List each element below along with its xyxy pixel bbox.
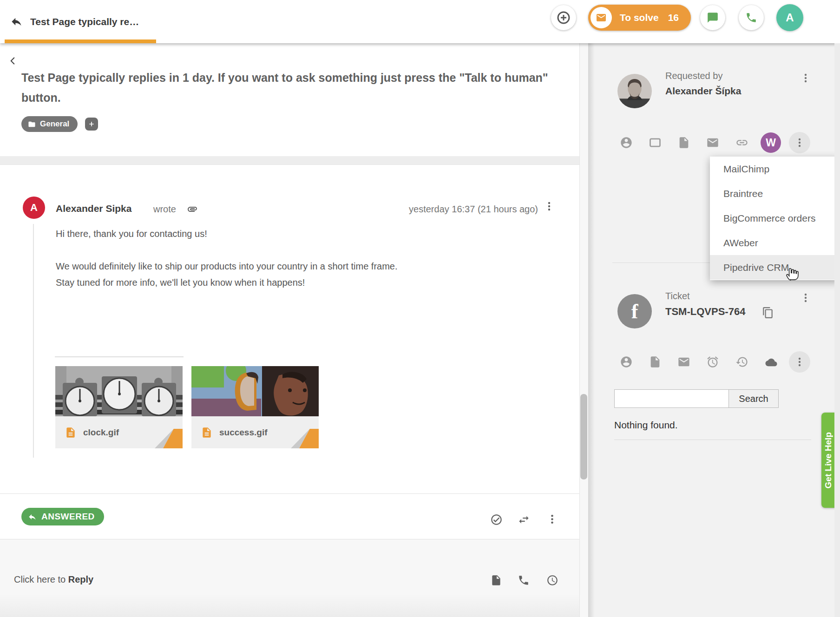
person-circle-icon — [620, 136, 633, 149]
reply-arrow-icon — [28, 512, 37, 521]
card-icon — [649, 136, 662, 149]
transfer-button[interactable] — [518, 513, 530, 526]
kebab-icon — [544, 201, 555, 212]
requester-link-button[interactable] — [735, 136, 748, 149]
requester-menu-button[interactable] — [800, 72, 811, 84]
requester-name: Alexander Šípka — [665, 85, 741, 97]
back-button[interactable] — [7, 55, 19, 67]
chats-button[interactable] — [700, 5, 725, 30]
ticket-tab-label: Test Page typically re… — [30, 16, 139, 27]
kebab-icon — [794, 356, 805, 368]
menu-item-aweber[interactable]: AWeber — [710, 230, 840, 255]
ticket-menu-button[interactable] — [800, 292, 811, 303]
resolve-button[interactable] — [490, 513, 503, 526]
plus-circle-icon — [556, 10, 571, 25]
phone-icon — [518, 574, 530, 586]
search-empty-result: Nothing found. — [614, 420, 678, 431]
message-divider — [55, 356, 184, 357]
kebab-icon — [794, 137, 805, 148]
content-scrollbar-thumb[interactable] — [580, 394, 587, 479]
calls-button[interactable] — [739, 5, 764, 30]
add-note-button[interactable] — [490, 574, 502, 586]
attachment-footer: success.gif — [191, 416, 319, 448]
add-tag-button[interactable] — [85, 118, 98, 131]
message-line-1: Hi there, thank you for contacting us! — [56, 229, 207, 239]
schedule-clock-icon — [546, 574, 558, 586]
menu-item-pipedrive-crm[interactable]: Pipedrive CRM — [710, 255, 840, 280]
requester-photo — [617, 74, 652, 108]
menu-item-mailchimp[interactable]: MailChimp — [710, 157, 840, 181]
app-root: Test Page typically re… To solve 16 A Te… — [0, 0, 840, 617]
requester-email-button[interactable] — [706, 136, 719, 149]
sidebar-search-input[interactable] — [614, 389, 729, 408]
envelope-icon — [677, 355, 690, 368]
get-live-help-button[interactable]: Get Live Help — [821, 413, 835, 508]
to-solve-button[interactable]: To solve 16 — [588, 5, 691, 31]
ticket-reminder-button[interactable] — [706, 355, 719, 368]
call-button[interactable] — [518, 574, 530, 586]
ticket-history-button[interactable] — [735, 355, 748, 368]
wordpress-badge[interactable]: W — [761, 132, 781, 153]
to-solve-label: To solve — [620, 12, 659, 23]
message-author-name: Alexander Sipka — [56, 203, 131, 214]
get-live-help-label: Get Live Help — [823, 432, 833, 488]
new-ticket-button[interactable] — [551, 5, 576, 30]
ticket-more-button[interactable] — [789, 351, 810, 373]
menu-item-bigcommerce-orders[interactable]: BigCommerce orders — [710, 206, 840, 230]
check-circle-icon — [490, 513, 503, 526]
message-wrote-label: wrote — [153, 204, 176, 215]
ticket-profile-button[interactable] — [620, 355, 633, 368]
to-solve-envelope-badge — [591, 7, 612, 28]
facebook-letter: f — [631, 300, 638, 323]
reply-prompt-prefix: Click here to — [14, 574, 66, 584]
status-badge-label: ANSWERED — [41, 512, 95, 522]
more-actions-button[interactable] — [546, 513, 558, 525]
sidebar-search-button[interactable]: Search — [728, 389, 779, 408]
menu-item-braintree[interactable]: Braintree — [710, 181, 840, 206]
attachment-footer: clock.gif — [55, 416, 183, 448]
chevron-left-icon — [7, 55, 19, 67]
reply-arrow-icon — [10, 15, 23, 28]
copy-ticket-id-button[interactable] — [762, 307, 774, 319]
attachment-fold-decoration — [291, 429, 319, 448]
schedule-button[interactable] — [546, 574, 558, 586]
kebab-icon — [800, 72, 811, 84]
reply-prompt-action: Reply — [68, 574, 93, 584]
chat-bubble-icon — [707, 12, 719, 24]
copy-icon — [762, 307, 774, 319]
ticket-files-button[interactable] — [649, 355, 662, 368]
requester-more-button[interactable] — [789, 132, 810, 153]
ticket-tab[interactable]: Test Page typically re… — [5, 0, 156, 43]
active-tab-indicator — [5, 39, 156, 43]
reply-prompt[interactable]: Click here to Reply — [14, 574, 93, 585]
ticket-email-button[interactable] — [677, 355, 690, 368]
note-icon — [490, 574, 502, 586]
thread-line — [33, 224, 34, 458]
top-bar: Test Page typically re… To solve 16 A — [0, 0, 840, 43]
envelope-icon — [596, 12, 607, 23]
requester-files-button[interactable] — [677, 136, 690, 149]
requester-avatar[interactable] — [617, 74, 652, 108]
tag-general[interactable]: General — [21, 116, 78, 132]
ticket-label: Ticket — [665, 291, 690, 302]
file-icon — [677, 136, 690, 149]
integrations-dropdown: MailChimp Braintree BigCommerce orders A… — [710, 157, 840, 280]
agent-avatar[interactable]: A — [776, 4, 803, 31]
status-badge-answered[interactable]: ANSWERED — [21, 508, 104, 525]
folder-icon — [28, 120, 36, 128]
person-circle-icon — [620, 355, 633, 368]
message-menu-button[interactable] — [544, 201, 555, 212]
content-scrollbar-track — [579, 43, 588, 617]
to-solve-count: 16 — [668, 12, 679, 23]
requester-profile-button[interactable] — [620, 136, 633, 149]
ticket-cloud-button[interactable] — [764, 356, 778, 368]
attachment-filename: success.gif — [219, 427, 268, 438]
swap-arrows-icon — [518, 513, 530, 526]
kebab-icon — [546, 513, 558, 525]
tag-general-label: General — [40, 119, 69, 129]
sidebar-divider — [614, 440, 811, 440]
document-icon — [201, 427, 213, 439]
attachment-success-gif[interactable]: success.gif — [191, 366, 319, 448]
attachment-clock-gif[interactable]: clock.gif — [55, 366, 183, 448]
requester-card-button[interactable] — [649, 136, 662, 149]
